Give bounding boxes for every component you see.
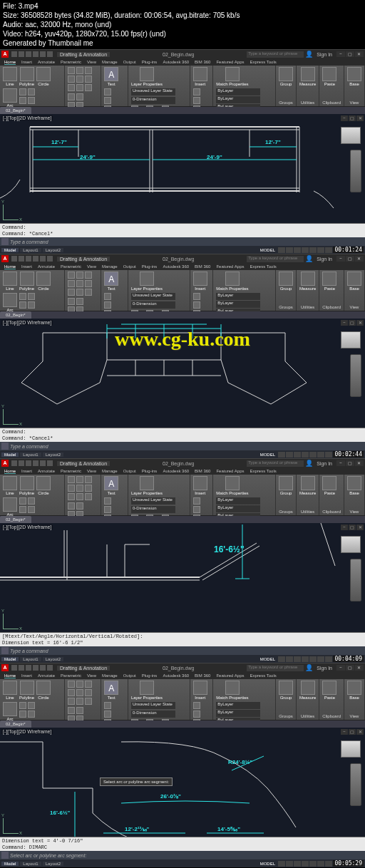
document-title: 02_Begin.dwg (163, 52, 194, 57)
group-button[interactable]: Group (279, 67, 293, 86)
screenshot-3: ADrafting & Annotation02_Begin.dwgType a… (0, 458, 365, 663)
command-input[interactable]: Type a command (0, 646, 365, 655)
signin-user-icon[interactable]: 👤 (305, 51, 313, 58)
command-history: Command: Command: *Cancel* (0, 224, 365, 237)
model-indicator[interactable]: MODEL (258, 248, 277, 252)
screenshot-1: A Drafting & Annotation 02_Begin.dwg Typ… (0, 49, 365, 254)
layout1-tab[interactable]: Layout1 (20, 248, 41, 252)
dim-2: 24'-9" (80, 154, 96, 160)
command-icon (1, 238, 9, 245)
ucs-icon[interactable]: XY (3, 815, 21, 834)
panel-utilities: MeasureUtilities (297, 66, 319, 106)
tab-output[interactable]: Output (123, 60, 136, 64)
ortho-icon[interactable] (294, 247, 301, 253)
text-button[interactable]: AText (104, 67, 118, 86)
tab-a360[interactable]: Autodesk 360 (163, 60, 189, 64)
ucs-icon[interactable]: XY (3, 406, 21, 425)
layer-state-dropdown[interactable]: Unsaved Layer State (131, 88, 175, 95)
snap-icon[interactable] (286, 247, 293, 253)
drawing-viewport[interactable]: [-][Top][2D Wireframe] −▢✕ 16'-6½" 12 (0, 728, 365, 837)
tab-annotate[interactable]: Annotate (38, 60, 55, 64)
color-dropdown[interactable]: ByLayer (216, 88, 260, 95)
timestamp-overlay: 00:05:29 (333, 860, 364, 867)
app-logo[interactable]: A (1, 255, 9, 262)
meta-file: File: 3.mp4 (3, 1, 362, 11)
circle-button[interactable]: Circle (36, 67, 51, 86)
title-bar: A Drafting & Annotation 02_Begin.dwg Typ… (0, 50, 365, 58)
workspace-dropdown[interactable]: Drafting & Annotation (57, 257, 110, 262)
match-properties-button[interactable]: Match Properties (216, 67, 248, 86)
drawing-viewport[interactable]: [-][Top][2D Wireframe] −▢✕ 16'-6½" XY (0, 523, 365, 632)
layer-properties-button[interactable]: Layer Properties (131, 67, 163, 86)
lineweight-dropdown[interactable]: ByLayer (216, 96, 260, 103)
meta-video: Video: h264, yuv420p, 1280x720, 15.00 fp… (3, 29, 362, 38)
screenshot-4: ADrafting & Annotation02_Begin.dwgType a… (0, 663, 365, 867)
command-area[interactable]: Command: Command: *Cancel* Type a comman… (0, 223, 365, 246)
paste-button[interactable]: Paste (322, 67, 336, 86)
draw-small-tools[interactable] (19, 88, 35, 104)
ribbon-tabs[interactable]: HomeInsertAnnotateParametricViewManageOu… (0, 263, 365, 270)
status-bar: Model Layout1 Layout2 MODEL (0, 246, 365, 254)
meta-gen: Generated by Thumbnail me (3, 38, 362, 48)
osnap-icon[interactable] (309, 247, 317, 253)
panel-block: Insert Block (190, 66, 214, 106)
minimize-icon: − (336, 51, 345, 57)
search-input[interactable]: Type a keyword or phrase (247, 256, 304, 262)
dynamic-tooltip: Select arc or polyline arc segment: (100, 777, 173, 786)
panel-modify: Modify (65, 66, 101, 106)
panel-groups: GroupGroups (276, 66, 297, 106)
panel-annotation: AText Annotation (101, 66, 128, 106)
tab-featured[interactable]: Featured Apps (216, 60, 244, 64)
line-button[interactable]: Line (3, 67, 17, 86)
tab-insert[interactable]: Insert (21, 60, 32, 64)
tab-parametric[interactable]: Parametric (61, 60, 81, 64)
window-controls[interactable]: −▢✕ (336, 51, 364, 57)
watermark-text: www.cg-ku.com (115, 328, 250, 351)
tab-express[interactable]: Express Tools (250, 60, 276, 64)
close-icon: ✕ (355, 51, 364, 57)
grid-icon[interactable] (278, 247, 285, 253)
meta-audio: Audio: aac, 32000 Hz, mono (und) (3, 20, 362, 29)
search-input[interactable]: Type a keyword or phrase (247, 51, 304, 58)
modify-tools[interactable] (68, 67, 92, 91)
base-button[interactable]: Base (347, 67, 361, 86)
tab-view[interactable]: View (87, 60, 96, 64)
otrack-icon[interactable] (317, 247, 324, 253)
drawing-tab[interactable]: 02_Begin* (0, 311, 31, 319)
drawing-tab[interactable]: 02_Begin* (0, 107, 31, 114)
screenshot-2: ADrafting & Annotation02_Begin.dwgType a… (0, 254, 365, 458)
tab-manage[interactable]: Manage (102, 60, 118, 64)
app-logo[interactable]: A (1, 51, 9, 58)
command-input[interactable]: Type a command (0, 442, 365, 450)
maximize-icon: ▢ (346, 51, 354, 57)
qat-icons[interactable] (11, 51, 53, 57)
polar-icon[interactable] (302, 247, 309, 253)
dim-3: 24'-9" (207, 154, 222, 160)
tab-bim360[interactable]: BIM 360 (195, 60, 210, 64)
ucs-icon[interactable]: XY (3, 611, 21, 629)
ucs-icon[interactable]: XY (3, 202, 21, 220)
insert-button[interactable]: Insert (193, 67, 207, 86)
signin-button[interactable]: Sign In (317, 52, 332, 57)
panel-layers: Layer Properties Unsaved Layer State 0-D… (128, 66, 190, 106)
tab-home[interactable]: Home (4, 60, 16, 65)
file-tabs: 02_Begin* (0, 107, 365, 114)
polyline-button[interactable]: Polyline (19, 67, 34, 86)
arc-button[interactable]: Arc (3, 88, 17, 108)
drawing-viewport[interactable]: [-][Top][2D Wireframe] −▢✕ (0, 114, 365, 223)
timestamp-overlay: 00:04:09 (333, 656, 364, 662)
dyninput-icon[interactable] (325, 247, 332, 253)
command-input[interactable]: Select arc or polyline arc segment: (0, 851, 365, 859)
app-logo[interactable]: A (1, 460, 9, 467)
layout2-tab[interactable]: Layout2 (43, 248, 63, 252)
model-tab[interactable]: Model (1, 248, 19, 252)
signin-button[interactable]: Sign In (317, 257, 332, 262)
dim-1: 12'-7" (51, 139, 67, 145)
layer-current-dropdown[interactable]: 0-Dimension (131, 97, 175, 104)
app-logo[interactable]: A (1, 664, 9, 671)
tab-plugins[interactable]: Plug-ins (142, 60, 158, 64)
measure-button[interactable]: Measure (299, 67, 316, 86)
ribbon-tabs[interactable]: Home Insert Annotate Parametric View Man… (0, 58, 365, 66)
command-input[interactable]: Type a command (0, 237, 365, 246)
workspace-dropdown[interactable]: Drafting & Annotation (57, 52, 110, 57)
